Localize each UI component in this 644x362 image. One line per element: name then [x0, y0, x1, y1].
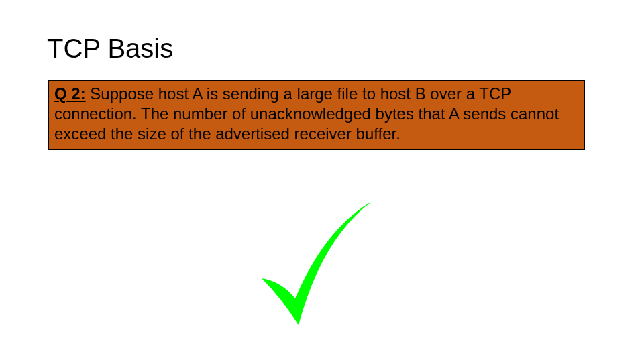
slide: TCP Basis Q 2: Suppose host A is sending…: [0, 0, 644, 362]
checkmark-icon: [241, 191, 389, 339]
question-text: Suppose host A is sending a large file t…: [54, 84, 559, 143]
question-box: Q 2: Suppose host A is sending a large f…: [48, 80, 585, 150]
slide-title: TCP Basis: [47, 34, 173, 64]
question-label: Q 2:: [54, 84, 86, 103]
